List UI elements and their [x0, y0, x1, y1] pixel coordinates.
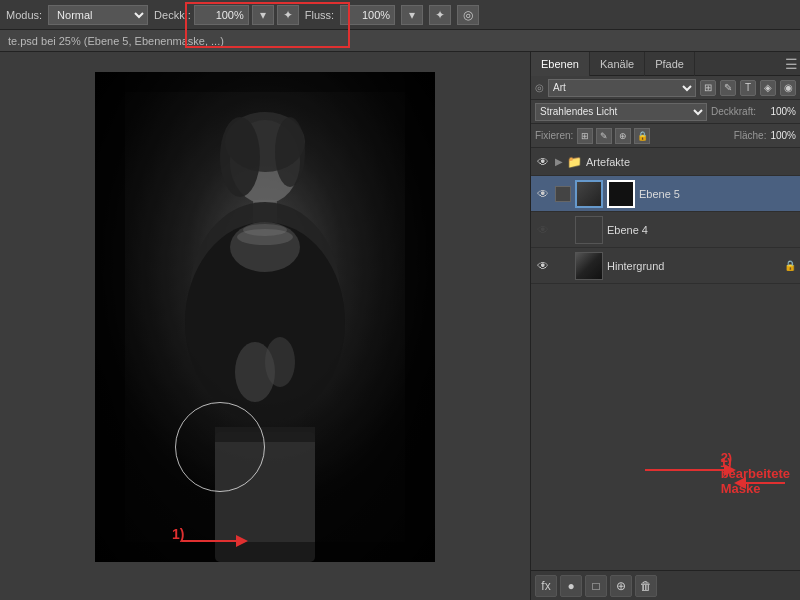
panel-circle-btn[interactable]: ●	[560, 575, 582, 597]
filter-icon-4[interactable]: ◈	[760, 80, 776, 96]
layers-list: 👁 ▶ 📁 Artefakte 👁 Ebene 5	[531, 148, 800, 570]
panel-delete-btn[interactable]: 🗑	[635, 575, 657, 597]
ebene4-layer-name: Ebene 4	[607, 224, 796, 236]
opacity-group: Deckkraft: 100%	[711, 106, 796, 117]
hintergrund-layer-name: Hintergrund	[607, 260, 780, 272]
blend-mode-row: Strahlendes Licht Deckkraft: 100%	[531, 100, 800, 124]
filter-icon-1[interactable]: ⊞	[700, 80, 716, 96]
mask-preview	[609, 182, 633, 206]
filter-type-label: ◎	[535, 82, 544, 93]
filter-select[interactable]: Art	[548, 79, 696, 97]
deckk-group: Deckk.: ▾ ✦	[154, 5, 299, 25]
fix-label: Fixieren:	[535, 130, 573, 141]
eye-hintergrund[interactable]: 👁	[535, 258, 551, 274]
fix-icon-move[interactable]: ⊕	[615, 128, 631, 144]
tab-ebenen[interactable]: Ebenen	[531, 52, 590, 76]
modus-label: Modus:	[6, 9, 42, 21]
svg-rect-20	[95, 542, 435, 562]
extra-btn[interactable]: ◎	[457, 5, 479, 25]
canvas-area[interactable]: 1)	[0, 52, 530, 600]
top-toolbar: Modus: Normal Deckk.: ▾ ✦ Fluss: ▾ ✦ ◎	[0, 0, 800, 30]
lock-icon-hintergrund: 🔒	[784, 260, 796, 271]
canvas-wrapper	[95, 72, 435, 562]
flaeche-label: Fläche:	[734, 130, 767, 141]
thumb-hintergrund	[575, 252, 603, 280]
panel-bottom-toolbar: fx ● □ ⊕ 🗑	[531, 570, 800, 600]
thumb-img-ebene5	[577, 182, 601, 206]
fix-icons: ⊞ ✎ ⊕ 🔒	[577, 128, 650, 144]
fluss-icon-btn[interactable]: ✦	[429, 5, 451, 25]
layer-group-artefakte[interactable]: 👁 ▶ 📁 Artefakte	[531, 148, 800, 176]
opacity-value[interactable]: 100%	[758, 106, 796, 117]
thumb-ebene5	[575, 180, 603, 208]
blend-mode-select[interactable]: Strahlendes Licht	[535, 103, 707, 121]
checkbox-ebene5[interactable]	[555, 186, 571, 202]
eye-ebene5[interactable]: 👁	[535, 186, 551, 202]
svg-rect-18	[405, 72, 435, 562]
modus-select[interactable]: Normal	[48, 5, 148, 25]
filter-icon-3[interactable]: T	[740, 80, 756, 96]
group-folder-icon: 📁	[567, 155, 582, 169]
eye-ebene4[interactable]: 👁	[535, 222, 551, 238]
photo-svg	[95, 72, 435, 562]
deckk-arrow-btn[interactable]: ▾	[252, 5, 274, 25]
tab-pfade[interactable]: Pfade	[645, 52, 695, 76]
fix-row: Fixieren: ⊞ ✎ ⊕ 🔒 Fläche: 100%	[531, 124, 800, 148]
group-arrow-artefakte: ▶	[555, 156, 563, 167]
doc-title: te.psd bei 25% (Ebene 5, Ebenenmaske, ..…	[8, 35, 224, 47]
panel-menu-btn[interactable]: ☰	[782, 52, 800, 76]
fluss-label: Fluss:	[305, 9, 334, 21]
deckk-label: Deckk.:	[154, 9, 191, 21]
layer-filter-row: ◎ Art ⊞ ✎ T ◈ ◉	[531, 76, 800, 100]
svg-rect-16	[95, 72, 435, 562]
opacity-label: Deckkraft:	[711, 106, 756, 117]
layers-panel: Ebenen Kanäle Pfade ☰ ◎ Art ⊞ ✎ T ◈ ◉	[531, 52, 800, 600]
artefakte-layer-name: Artefakte	[586, 156, 796, 168]
fix-icon-lock[interactable]: 🔒	[634, 128, 650, 144]
right-panel: Ebenen Kanäle Pfade ☰ ◎ Art ⊞ ✎ T ◈ ◉	[530, 52, 800, 600]
thumb-mask-ebene5[interactable]	[607, 180, 635, 208]
airbrush-btn[interactable]: ✦	[277, 5, 299, 25]
svg-rect-19	[95, 72, 435, 92]
panel-tabs: Ebenen Kanäle Pfade ☰	[531, 52, 800, 76]
layer-item-hintergrund[interactable]: 👁 Hintergrund 🔒	[531, 248, 800, 284]
photo-canvas[interactable]	[95, 72, 435, 562]
tab-kanaele[interactable]: Kanäle	[590, 52, 645, 76]
thumb-img-hintergr	[576, 253, 602, 279]
ebene5-layer-name: Ebene 5	[639, 188, 796, 200]
panel-new-layer-btn[interactable]: ⊕	[610, 575, 632, 597]
fluss-input[interactable]	[340, 5, 395, 25]
fix-icon-pen[interactable]: ✎	[596, 128, 612, 144]
svg-rect-17	[95, 72, 125, 562]
layer-item-ebene5[interactable]: 👁 Ebene 5	[531, 176, 800, 212]
doc-titlebar: te.psd bei 25% (Ebene 5, Ebenenmaske, ..…	[0, 30, 800, 52]
deckk-input[interactable]	[194, 5, 249, 25]
thumb-ebene4	[575, 216, 603, 244]
filter-icon-5[interactable]: ◉	[780, 80, 796, 96]
panel-new-group-btn[interactable]: □	[585, 575, 607, 597]
fix-icon-grid[interactable]: ⊞	[577, 128, 593, 144]
panel-fx-btn[interactable]: fx	[535, 575, 557, 597]
eye-artefakte[interactable]: 👁	[535, 154, 551, 170]
filter-icon-2[interactable]: ✎	[720, 80, 736, 96]
main-area: 1) Ebenen Kanäle Pfade ☰ ◎ Art ⊞ ✎ T	[0, 52, 800, 600]
layer-item-ebene4[interactable]: 👁 Ebene 4	[531, 212, 800, 248]
fluss-arrow-btn[interactable]: ▾	[401, 5, 423, 25]
flaeche-value[interactable]: 100%	[770, 130, 796, 141]
